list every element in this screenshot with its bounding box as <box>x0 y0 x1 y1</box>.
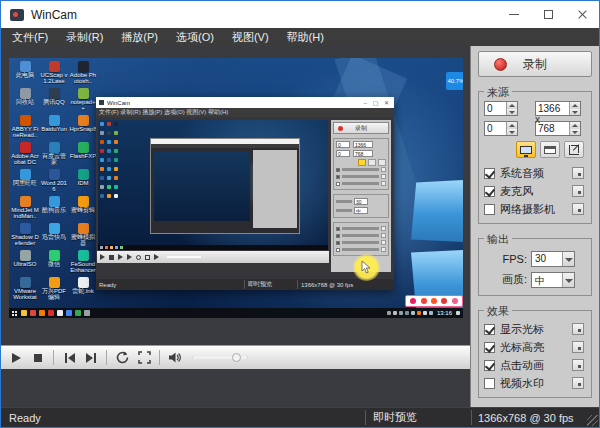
width-spinner[interactable]: 1366 <box>535 101 581 116</box>
x-offset-spinner[interactable]: 0 <box>484 101 518 116</box>
nested-desktop <box>98 120 328 250</box>
settings-button[interactable] <box>572 203 584 215</box>
status-badge: 40.7% <box>446 72 463 90</box>
taskbar-clock: 13:16 <box>437 310 452 316</box>
toolbar-separator <box>53 350 54 365</box>
checkbox[interactable] <box>484 378 495 389</box>
output-group-label: 输出 <box>484 232 512 247</box>
effects-checkbox-row: 光标高亮 <box>484 338 586 356</box>
chevron-down-icon[interactable] <box>562 273 574 287</box>
repeat-button[interactable] <box>111 348 133 368</box>
settings-button[interactable] <box>572 167 584 179</box>
settings-button[interactable] <box>572 341 584 353</box>
capture-toolbar <box>405 295 463 307</box>
menu-item[interactable]: 视图(V) <box>223 28 278 46</box>
fullscreen-button[interactable] <box>133 348 155 368</box>
quality-select[interactable]: 中 <box>531 272 575 288</box>
desktop-icon: VMware Workstati.. <box>11 277 39 304</box>
height-spinner[interactable]: 768 <box>535 121 581 136</box>
effects-checkbox-row: 点击动画 <box>484 356 586 374</box>
desktop-icon: notepad++ <box>69 88 97 115</box>
skip-end-button[interactable] <box>80 348 102 368</box>
checkbox[interactable] <box>484 342 495 353</box>
capture-tool-icon <box>410 298 416 304</box>
windows-logo-pane <box>411 180 463 242</box>
checkbox-label: 光标高亮 <box>500 340 544 355</box>
wincam-window: WinCam 文件(F)录制(R)播放(P)选项(O)视图(V)帮助(H) <box>0 0 600 428</box>
desktop-icon: Adobe Photosh.. <box>69 61 97 88</box>
resize-grip[interactable] <box>587 415 598 426</box>
desktop-icon: 阿里旺旺 <box>11 169 39 196</box>
desktop-icon: 蜜蜂剪辑 <box>69 196 97 223</box>
fullscreen-icon <box>138 351 151 364</box>
menu-item[interactable]: 文件(F) <box>3 28 57 46</box>
monitor-mode-button[interactable] <box>516 141 536 158</box>
menu-item[interactable]: 录制(R) <box>57 28 112 46</box>
preview-bottom-strip <box>1 369 470 407</box>
status-separator <box>365 410 366 425</box>
play-icon <box>10 352 22 364</box>
desktop-icon: 蜜蜂模拟器 <box>69 223 97 250</box>
menu-item[interactable]: 选项(O) <box>167 28 223 46</box>
settings-button[interactable] <box>572 323 584 335</box>
dimension-times-label: x <box>535 114 540 125</box>
checkbox-label: 点击动画 <box>500 358 544 373</box>
playback-toolbar <box>1 345 470 369</box>
y-offset-spinner[interactable]: 0 <box>484 121 518 136</box>
menu-item[interactable]: 播放(P) <box>112 28 167 46</box>
volume-slider[interactable] <box>192 356 248 359</box>
settings-button[interactable] <box>572 185 584 197</box>
fps-select[interactable]: 30 <box>531 251 575 267</box>
desktop-icon: 微信 <box>40 250 68 277</box>
title-bar: WinCam <box>1 1 599 28</box>
close-button[interactable] <box>565 1 599 28</box>
minimize-button[interactable] <box>497 1 531 28</box>
repeat-icon <box>116 351 129 364</box>
spinner-down[interactable] <box>570 129 580 136</box>
desktop-icon: 回收站 <box>11 88 39 115</box>
nested-wincam-window: WinCam – ▢ ✕ 文件(F) 录制(R) 播放(P) 选项(O) 视图(… <box>96 97 394 290</box>
toolbar-separator <box>159 350 160 365</box>
chevron-down-icon[interactable] <box>562 252 574 266</box>
play-button[interactable] <box>5 348 27 368</box>
checkbox[interactable] <box>484 186 495 197</box>
spinner-down[interactable] <box>507 129 517 136</box>
checkbox[interactable] <box>484 324 495 335</box>
spinner-down[interactable] <box>507 109 517 116</box>
nested-icon-grid <box>100 122 121 203</box>
desktop-icon: Adobe Acrobat DC <box>11 142 39 169</box>
taskbar-app-icon <box>48 310 54 316</box>
checkbox[interactable] <box>484 168 495 179</box>
desktop-icon: 酷狗音乐 <box>40 196 68 223</box>
volume-slider-thumb[interactable] <box>232 353 241 362</box>
window-mode-button[interactable] <box>540 141 560 158</box>
tray-icon <box>411 311 415 315</box>
capture-tool-icon <box>452 298 458 304</box>
region-mode-button[interactable] <box>564 141 584 158</box>
stop-button[interactable] <box>27 348 49 368</box>
checkbox[interactable] <box>484 360 495 371</box>
menu-item[interactable]: 帮助(H) <box>278 28 333 46</box>
settings-button[interactable] <box>572 377 584 389</box>
source-group-label: 来源 <box>484 85 512 100</box>
record-button[interactable]: 录制 <box>478 51 592 77</box>
tray-icon <box>429 311 433 315</box>
volume-button[interactable] <box>164 348 186 368</box>
source-checkbox-row: 网络摄影机 <box>484 200 586 218</box>
status-center: 即时预览 <box>373 410 417 425</box>
nested-source-group: 0 1366 0 768 <box>333 138 389 190</box>
volume-icon <box>168 351 182 364</box>
spinner-down[interactable] <box>570 109 580 116</box>
skip-start-button[interactable] <box>58 348 80 368</box>
status-left: Ready <box>9 412 41 424</box>
quality-label: 画质: <box>484 272 531 287</box>
crop-icon <box>569 145 579 155</box>
tray-icon <box>405 311 409 315</box>
preview-area: 此电脑 UCScap v1.2Lase Adobe Photosh.. 回收站 <box>1 46 470 345</box>
maximize-button[interactable] <box>531 1 565 28</box>
effects-checkbox-row: 视频水印 <box>484 374 586 392</box>
checkbox[interactable] <box>484 204 495 215</box>
control-panel: 录制 来源 0 1366 <box>470 46 599 407</box>
desktop-icon: BaiduYun <box>40 115 68 142</box>
settings-button[interactable] <box>572 359 584 371</box>
